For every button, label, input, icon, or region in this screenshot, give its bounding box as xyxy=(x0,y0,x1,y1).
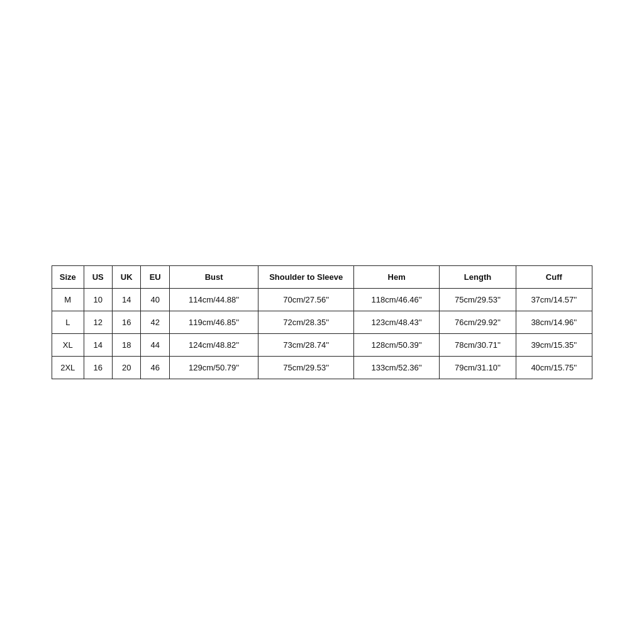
cell-eu: 42 xyxy=(141,311,169,333)
cell-us: 12 xyxy=(84,311,112,333)
header-length: Length xyxy=(440,265,516,288)
header-uk: UK xyxy=(112,265,140,288)
table-row: M101440114cm/44.88''70cm/27.56''118cm/46… xyxy=(52,288,592,311)
cell-eu: 40 xyxy=(141,288,169,311)
cell-size: XL xyxy=(52,333,84,356)
cell-eu: 44 xyxy=(141,333,169,356)
cell-hem: 128cm/50.39'' xyxy=(353,333,439,356)
cell-length: 79cm/31.10'' xyxy=(440,356,516,379)
cell-cuff: 38cm/14.96'' xyxy=(516,311,592,333)
header-eu: EU xyxy=(141,265,169,288)
header-size: Size xyxy=(52,265,84,288)
cell-length: 76cm/29.92'' xyxy=(440,311,516,333)
cell-uk: 18 xyxy=(112,333,140,356)
cell-us: 10 xyxy=(84,288,112,311)
cell-eu: 46 xyxy=(141,356,169,379)
cell-sleeve: 72cm/28.35'' xyxy=(258,311,354,333)
cell-uk: 16 xyxy=(112,311,140,333)
cell-sleeve: 73cm/28.74'' xyxy=(258,333,354,356)
header-sleeve: Shoulder to Sleeve xyxy=(258,265,354,288)
cell-size: 2XL xyxy=(52,356,84,379)
cell-us: 14 xyxy=(84,333,112,356)
table-header-row: Size US UK EU Bust Shoulder to Sleeve He… xyxy=(52,265,592,288)
size-chart-container: Size US UK EU Bust Shoulder to Sleeve He… xyxy=(52,265,592,379)
cell-hem: 123cm/48.43'' xyxy=(353,311,439,333)
cell-cuff: 39cm/15.35'' xyxy=(516,333,592,356)
cell-hem: 133cm/52.36'' xyxy=(353,356,439,379)
cell-cuff: 40cm/15.75'' xyxy=(516,356,592,379)
table-row: L121642119cm/46.85''72cm/28.35''123cm/48… xyxy=(52,311,592,333)
cell-uk: 14 xyxy=(112,288,140,311)
header-bust: Bust xyxy=(169,265,258,288)
cell-hem: 118cm/46.46'' xyxy=(353,288,439,311)
cell-bust: 124cm/48.82'' xyxy=(169,333,258,356)
cell-length: 78cm/30.71'' xyxy=(440,333,516,356)
cell-length: 75cm/29.53'' xyxy=(440,288,516,311)
cell-us: 16 xyxy=(84,356,112,379)
header-cuff: Cuff xyxy=(516,265,592,288)
header-us: US xyxy=(84,265,112,288)
cell-cuff: 37cm/14.57'' xyxy=(516,288,592,311)
cell-sleeve: 75cm/29.53'' xyxy=(258,356,354,379)
cell-bust: 114cm/44.88'' xyxy=(169,288,258,311)
cell-bust: 119cm/46.85'' xyxy=(169,311,258,333)
cell-size: L xyxy=(52,311,84,333)
cell-size: M xyxy=(52,288,84,311)
table-row: 2XL162046129cm/50.79''75cm/29.53''133cm/… xyxy=(52,356,592,379)
size-chart-table: Size US UK EU Bust Shoulder to Sleeve He… xyxy=(52,265,592,379)
table-row: XL141844124cm/48.82''73cm/28.74''128cm/5… xyxy=(52,333,592,356)
cell-bust: 129cm/50.79'' xyxy=(169,356,258,379)
header-hem: Hem xyxy=(353,265,439,288)
cell-uk: 20 xyxy=(112,356,140,379)
cell-sleeve: 70cm/27.56'' xyxy=(258,288,354,311)
